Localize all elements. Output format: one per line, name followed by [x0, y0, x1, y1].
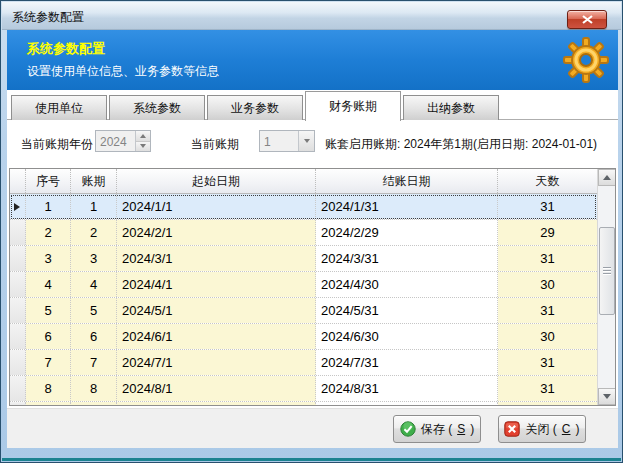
cell-days[interactable]: 31	[498, 376, 597, 401]
year-label: 当前账期年份	[21, 136, 93, 153]
header-row-selector	[10, 169, 26, 193]
cell-start-date[interactable]: 2024/2/1	[117, 220, 316, 245]
save-mnemonic: S	[457, 422, 465, 436]
save-button[interactable]: 保存 (S)	[393, 415, 481, 443]
scroll-down-icon[interactable]	[598, 388, 616, 405]
cell-start-date[interactable]: 2024/3/1	[117, 246, 316, 271]
tab-bar: 使用单位 系统参数 业务参数 财务账期 出纳参数	[11, 90, 501, 120]
cell-period[interactable]: 2	[71, 220, 117, 245]
titlebar[interactable]: 系统参数配置	[2, 2, 621, 30]
header-banner: 系统参数配置 设置使用单位信息、业务参数等信息	[7, 30, 618, 90]
banner-subtitle: 设置使用单位信息、业务参数等信息	[27, 63, 219, 80]
tab-system-params[interactable]: 系统参数	[109, 95, 205, 120]
tab-cashier-params[interactable]: 出纳参数	[403, 95, 499, 120]
cell-start-date[interactable]: 2024/6/1	[117, 324, 316, 349]
save-label: 保存 (	[421, 421, 452, 438]
cell-period[interactable]: 1	[71, 194, 117, 219]
cell-start-date[interactable]: 2024/8/1	[117, 376, 316, 401]
cell-seq[interactable]: 6	[26, 324, 71, 349]
cell-period[interactable]: 7	[71, 350, 117, 375]
cell-days[interactable]: 30	[498, 272, 597, 297]
period-table: 序号 账期 起始日期 结账日期 天数 1 1 2024/1/1 2024/1/3…	[9, 168, 616, 406]
cell-period[interactable]: 3	[71, 246, 117, 271]
cell-start-date[interactable]: 2024/1/1	[117, 194, 316, 219]
system-params-dialog: 系统参数配置 系统参数配置 设置使用单位信息、业务参数等信息	[0, 0, 623, 463]
red-x-icon	[504, 421, 520, 437]
period-value: 1	[260, 131, 298, 151]
cell-days[interactable]: 31	[498, 350, 597, 375]
cell-seq[interactable]: 2	[26, 220, 71, 245]
cell-close-date[interactable]: 2024/8/31	[316, 376, 498, 401]
close-button[interactable]	[567, 10, 607, 29]
row-selector[interactable]	[10, 272, 26, 297]
table-row[interactable]: 7 7 2024/7/1 2024/7/31 31	[10, 350, 597, 376]
header-start-date[interactable]: 起始日期	[117, 169, 316, 193]
cell-close-date[interactable]: 2024/5/31	[316, 298, 498, 323]
cell-seq[interactable]: 4	[26, 272, 71, 297]
cell-days[interactable]: 31	[498, 298, 597, 323]
row-selector[interactable]	[10, 220, 26, 245]
cell-period[interactable]: 5	[71, 298, 117, 323]
header-period[interactable]: 账期	[71, 169, 117, 193]
cell-start-date[interactable]: 2024/5/1	[117, 298, 316, 323]
row-selector[interactable]	[10, 194, 26, 219]
cell-seq[interactable]: 7	[26, 350, 71, 375]
year-spinner[interactable]: 2024	[95, 130, 151, 152]
cell-seq[interactable]: 1	[26, 194, 71, 219]
spinner-arrows	[135, 131, 150, 151]
row-selector[interactable]	[10, 324, 26, 349]
tab-business-params[interactable]: 业务参数	[207, 95, 303, 120]
header-days[interactable]: 天数	[498, 169, 597, 193]
cell-days[interactable]: 30	[498, 324, 597, 349]
table-row[interactable]: 1 1 2024/1/1 2024/1/31 31	[10, 194, 597, 220]
cell-period[interactable]: 8	[71, 376, 117, 401]
cell-start-date[interactable]: 2024/7/1	[117, 350, 316, 375]
partial-row	[10, 402, 597, 405]
table-row[interactable]: 4 4 2024/4/1 2024/4/30 30	[10, 272, 597, 298]
cell-days[interactable]: 29	[498, 220, 597, 245]
table-inner: 序号 账期 起始日期 结账日期 天数 1 1 2024/1/1 2024/1/3…	[10, 169, 597, 405]
button-panel: 保存 (S) 关闭 (C)	[7, 408, 618, 448]
vertical-scrollbar[interactable]	[597, 169, 615, 405]
table-row[interactable]: 8 8 2024/8/1 2024/8/31 31	[10, 376, 597, 402]
cell-close-date[interactable]: 2024/4/30	[316, 272, 498, 297]
row-selector[interactable]	[10, 246, 26, 271]
tab-use-unit[interactable]: 使用单位	[11, 95, 107, 120]
cell-days[interactable]: 31	[498, 194, 597, 219]
cell-seq[interactable]: 5	[26, 298, 71, 323]
table-row[interactable]: 5 5 2024/5/1 2024/5/31 31	[10, 298, 597, 324]
cell-close-date[interactable]: 2024/1/31	[316, 194, 498, 219]
table-row[interactable]: 3 3 2024/3/1 2024/3/31 31	[10, 246, 597, 272]
cell-days[interactable]: 31	[498, 246, 597, 271]
cell-close-date[interactable]: 2024/3/31	[316, 246, 498, 271]
cell-period[interactable]: 4	[71, 272, 117, 297]
dialog-content: 系统参数配置 设置使用单位信息、业务参数等信息 使用单位 系统参数 业务参数 财…	[7, 30, 618, 448]
row-selector[interactable]	[10, 298, 26, 323]
window-title: 系统参数配置	[12, 9, 84, 26]
cell-start-date[interactable]: 2024/4/1	[117, 272, 316, 297]
row-selector[interactable]	[10, 350, 26, 375]
spinner-down-icon[interactable]	[136, 142, 150, 152]
cell-seq[interactable]: 8	[26, 376, 71, 401]
tab-finance-period[interactable]: 财务账期	[305, 91, 401, 121]
year-value: 2024	[96, 131, 135, 151]
scroll-up-icon[interactable]	[598, 169, 616, 186]
table-row[interactable]: 2 2 2024/2/1 2024/2/29 29	[10, 220, 597, 246]
cell-seq[interactable]: 3	[26, 246, 71, 271]
table-row[interactable]: 6 6 2024/6/1 2024/6/30 30	[10, 324, 597, 350]
cell-close-date[interactable]: 2024/6/30	[316, 324, 498, 349]
close-dialog-button[interactable]: 关闭 (C)	[498, 415, 586, 443]
cell-close-date[interactable]: 2024/7/31	[316, 350, 498, 375]
banner-title: 系统参数配置	[27, 40, 105, 58]
header-seq[interactable]: 序号	[26, 169, 71, 193]
save-label-end: )	[470, 422, 474, 436]
cell-close-date[interactable]: 2024/2/29	[316, 220, 498, 245]
scrollbar-thumb[interactable]	[599, 227, 615, 315]
spinner-up-icon[interactable]	[136, 131, 150, 142]
period-dropdown[interactable]: 1	[259, 130, 315, 152]
chevron-down-icon[interactable]	[298, 131, 314, 151]
period-bar: 当前账期年份 2024 当前账期 1 账套启用账期: 2024年第1期(启用日期…	[7, 126, 618, 162]
header-close-date[interactable]: 结账日期	[316, 169, 498, 193]
cell-period[interactable]: 6	[71, 324, 117, 349]
row-selector[interactable]	[10, 376, 26, 401]
